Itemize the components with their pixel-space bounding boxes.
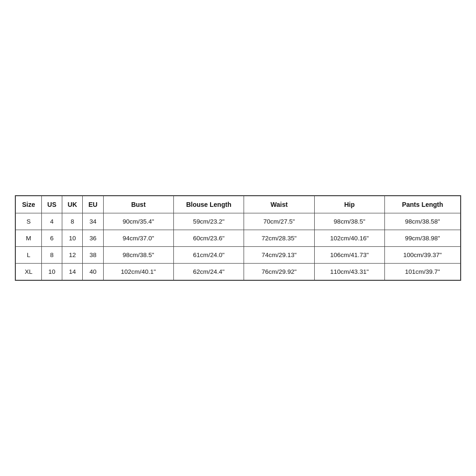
- cell-waist: 76cm/29.92": [244, 264, 314, 280]
- cell-us: 6: [41, 230, 62, 247]
- cell-blouse_length: 61cm/24.0": [173, 247, 244, 264]
- cell-size: L: [16, 247, 42, 264]
- cell-blouse_length: 60cm/23.6": [173, 230, 244, 247]
- cell-eu: 36: [83, 230, 103, 247]
- table-row: L8123898cm/38.5"61cm/24.0"74cm/29.13"106…: [16, 247, 461, 264]
- header-us: US: [41, 196, 62, 213]
- cell-uk: 8: [62, 213, 83, 230]
- cell-bust: 90cm/35.4": [103, 213, 173, 230]
- cell-pants_length: 98cm/38.58": [384, 213, 460, 230]
- cell-size: S: [16, 213, 42, 230]
- cell-hip: 110cm/43.31": [314, 264, 384, 280]
- table-body: S483490cm/35.4"59cm/23.2"70cm/27.5"98cm/…: [16, 213, 461, 280]
- cell-hip: 98cm/38.5": [314, 213, 384, 230]
- cell-eu: 40: [83, 264, 103, 280]
- header-bust: Bust: [103, 196, 173, 213]
- cell-uk: 12: [62, 247, 83, 264]
- cell-eu: 34: [83, 213, 103, 230]
- header-hip: Hip: [314, 196, 384, 213]
- cell-waist: 70cm/27.5": [244, 213, 314, 230]
- cell-pants_length: 100cm/39.37": [384, 247, 460, 264]
- cell-uk: 10: [62, 230, 83, 247]
- table-header-row: SizeUSUKEUBustBlouse LengthWaistHipPants…: [16, 196, 461, 213]
- header-uk: UK: [62, 196, 83, 213]
- cell-us: 4: [41, 213, 62, 230]
- cell-bust: 102cm/40.1": [103, 264, 173, 280]
- table-row: XL101440102cm/40.1"62cm/24.4"76cm/29.92"…: [16, 264, 461, 280]
- cell-hip: 102cm/40.16": [314, 230, 384, 247]
- cell-eu: 38: [83, 247, 103, 264]
- size-chart-container: SizeUSUKEUBustBlouse LengthWaistHipPants…: [15, 195, 461, 281]
- cell-waist: 72cm/28.35": [244, 230, 314, 247]
- cell-hip: 106cm/41.73": [314, 247, 384, 264]
- cell-size: XL: [16, 264, 42, 280]
- header-waist: Waist: [244, 196, 314, 213]
- header-eu: EU: [83, 196, 103, 213]
- cell-bust: 98cm/38.5": [103, 247, 173, 264]
- cell-waist: 74cm/29.13": [244, 247, 314, 264]
- cell-blouse_length: 62cm/24.4": [173, 264, 244, 280]
- cell-bust: 94cm/37.0": [103, 230, 173, 247]
- cell-uk: 14: [62, 264, 83, 280]
- header-blouse_length: Blouse Length: [173, 196, 244, 213]
- cell-pants_length: 99cm/38.98": [384, 230, 460, 247]
- header-size: Size: [16, 196, 42, 213]
- cell-us: 8: [41, 247, 62, 264]
- cell-blouse_length: 59cm/23.2": [173, 213, 244, 230]
- size-chart-table: SizeUSUKEUBustBlouse LengthWaistHipPants…: [15, 196, 461, 280]
- table-row: M6103694cm/37.0"60cm/23.6"72cm/28.35"102…: [16, 230, 461, 247]
- cell-pants_length: 101cm/39.7": [384, 264, 460, 280]
- table-row: S483490cm/35.4"59cm/23.2"70cm/27.5"98cm/…: [16, 213, 461, 230]
- cell-us: 10: [41, 264, 62, 280]
- cell-size: M: [16, 230, 42, 247]
- header-pants_length: Pants Length: [384, 196, 460, 213]
